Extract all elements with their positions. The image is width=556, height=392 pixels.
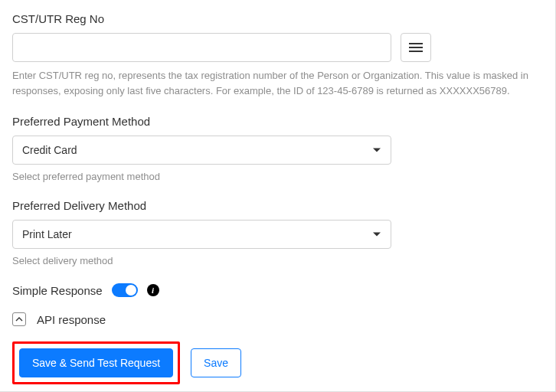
highlight-annotation: Save & Send Test Request	[12, 341, 180, 384]
simple-response-toggle[interactable]	[112, 283, 138, 297]
cst-utr-label: CST/UTR Reg No	[12, 12, 543, 25]
delivery-method-help-text: Select delivery method	[12, 255, 543, 266]
save-send-test-request-button[interactable]: Save & Send Test Request	[19, 348, 173, 377]
delivery-method-select[interactable]: Print Later	[12, 220, 391, 249]
payment-method-help-text: Select preferred payment method	[12, 171, 543, 182]
api-response-label: API response	[37, 313, 106, 326]
payment-method-label: Preferred Payment Method	[12, 115, 543, 128]
api-response-collapse-button[interactable]	[12, 312, 26, 326]
cst-utr-help-text: Enter CST/UTR reg no, represents the tax…	[12, 68, 533, 98]
cst-utr-input[interactable]	[12, 33, 391, 62]
save-button[interactable]: Save	[191, 348, 241, 377]
chevron-up-icon	[15, 315, 23, 323]
delivery-method-label: Preferred Delivery Method	[12, 199, 543, 212]
hamburger-icon	[409, 47, 423, 48]
simple-response-label: Simple Response	[12, 284, 103, 297]
menu-button[interactable]	[401, 33, 431, 62]
info-icon[interactable]: i	[147, 284, 159, 296]
payment-method-select[interactable]: Credit Card	[12, 136, 391, 165]
